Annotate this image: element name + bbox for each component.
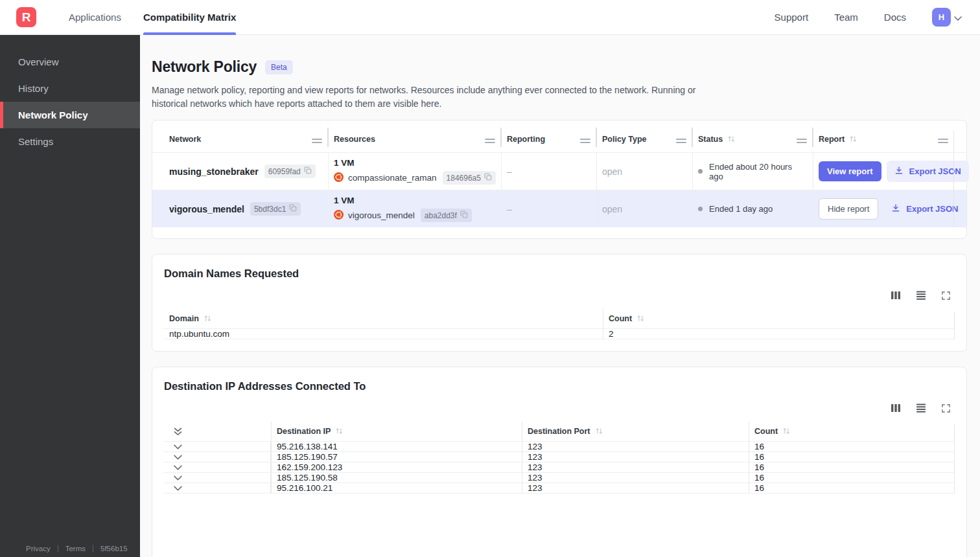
count-cell: 16 <box>749 483 955 493</box>
status-dot <box>698 207 703 211</box>
nav-link-support[interactable]: Support <box>775 12 809 23</box>
sidebar-item-settings[interactable]: Settings <box>0 128 140 155</box>
destination-row[interactable]: 95.216.100.21 123 16 <box>164 483 955 494</box>
table-toolbar <box>164 403 955 413</box>
network-row-musing-stonebraker[interactable]: musing_stonebraker 60959fad 1 VM <box>152 152 966 190</box>
network-row-vigorous-mendel[interactable]: vigorous_mendel 5bdf3dc1 1 VM vig <box>152 190 966 227</box>
primary-nav-tabs: Applications Compatibility Matrix <box>69 0 236 35</box>
copy-icon[interactable] <box>484 173 492 183</box>
export-json-button[interactable]: Export JSON <box>887 161 969 182</box>
resource-name: vigorous_mendel <box>348 210 415 220</box>
network-cell: vigorous_mendel 5bdf3dc1 <box>152 190 329 227</box>
column-drag-icon[interactable] <box>580 137 590 144</box>
network-name: vigorous_mendel <box>169 204 244 214</box>
avatar: H <box>932 8 951 27</box>
rows-density-icon[interactable] <box>916 403 926 413</box>
chevron-down-icon[interactable] <box>174 455 182 460</box>
column-label: Policy Type <box>602 135 647 144</box>
nav-link-team[interactable]: Team <box>834 12 858 23</box>
copy-icon[interactable] <box>460 210 468 220</box>
domains-table-header: Domain Count <box>164 309 955 328</box>
vm-count: 1 VM <box>334 196 355 205</box>
column-drag-icon[interactable] <box>485 137 495 144</box>
chevron-down-icon[interactable] <box>174 486 182 491</box>
columns-icon[interactable] <box>891 403 901 413</box>
copy-icon[interactable] <box>289 204 297 214</box>
sort-icon[interactable] <box>849 135 858 144</box>
column-drag-icon[interactable] <box>938 137 948 144</box>
privacy-link[interactable]: Privacy <box>26 545 51 552</box>
resource-id-badge[interactable]: 184696a5 <box>443 171 496 185</box>
export-json-label: Export JSON <box>906 204 958 214</box>
hide-report-button[interactable]: Hide report <box>819 198 878 220</box>
nav-link-docs[interactable]: Docs <box>884 12 906 23</box>
sort-icon[interactable] <box>727 135 736 144</box>
resource-id-badge[interactable]: aba2dd3f <box>421 209 472 222</box>
fullscreen-icon[interactable] <box>941 291 951 301</box>
reporting-cell: – <box>502 190 597 227</box>
column-header-report: Report <box>813 120 966 152</box>
tab-compatibility-matrix[interactable]: Compatibility Matrix <box>143 0 236 35</box>
sidebar-item-network-policy[interactable]: Network Policy <box>0 102 140 128</box>
destination-row[interactable]: 162.159.200.123 123 16 <box>164 462 955 472</box>
status-cell: Ended about 20 hours ago <box>693 153 813 190</box>
column-header-expander <box>164 422 271 441</box>
chevron-down-icon[interactable] <box>174 444 182 449</box>
destination-port-cell: 123 <box>522 442 749 451</box>
footer-divider <box>93 545 93 552</box>
network-cell: musing_stonebraker 60959fad <box>152 153 329 190</box>
network-id-badge[interactable]: 60959fad <box>264 165 316 178</box>
columns-icon[interactable] <box>891 290 901 301</box>
column-header-destination-ip: Destination IP <box>271 422 522 441</box>
rows-density-icon[interactable] <box>916 290 926 301</box>
status-dot <box>698 169 703 174</box>
beta-badge: Beta <box>265 60 293 74</box>
row-expander-cell <box>164 462 271 472</box>
status-text: Ended about 20 hours ago <box>709 162 806 181</box>
sort-icon[interactable] <box>636 315 645 324</box>
column-header-destination-port: Destination Port <box>522 422 749 441</box>
column-header-count: Count <box>749 422 955 441</box>
terms-link[interactable]: Terms <box>65 545 86 552</box>
network-id: 5bdf3dc1 <box>254 205 286 214</box>
sort-icon[interactable] <box>782 427 791 437</box>
column-header-network: Network <box>152 120 329 152</box>
column-header-resources: Resources <box>329 120 502 152</box>
app-logo[interactable]: R <box>16 7 36 27</box>
copy-icon[interactable] <box>304 166 312 176</box>
column-drag-icon[interactable] <box>312 137 322 144</box>
download-icon <box>894 166 904 177</box>
table-toolbar <box>164 290 955 301</box>
count-cell: 2 <box>603 329 955 339</box>
destination-row[interactable]: 95.216.138.141 123 16 <box>164 441 955 451</box>
networks-table-card: Network Resources Reporting Policy Type … <box>152 120 967 239</box>
page-title: Network Policy <box>152 58 257 76</box>
expand-all-icon[interactable] <box>174 427 182 436</box>
column-header-reporting: Reporting <box>502 120 597 152</box>
sidebar-item-history[interactable]: History <box>0 75 140 102</box>
user-menu[interactable]: H <box>932 8 962 27</box>
destination-row[interactable]: 185.125.190.58 123 16 <box>164 472 955 483</box>
sort-icon[interactable] <box>595 427 603 437</box>
column-label: Count <box>754 427 778 436</box>
chevron-down-icon <box>954 12 962 23</box>
fullscreen-icon[interactable] <box>941 404 951 413</box>
sort-icon[interactable] <box>204 315 212 324</box>
column-label: Count <box>609 314 632 323</box>
export-json-button[interactable]: Export JSON <box>883 198 966 220</box>
column-drag-icon[interactable] <box>797 137 807 144</box>
tab-applications[interactable]: Applications <box>69 0 121 35</box>
chevron-down-icon[interactable] <box>174 465 182 470</box>
column-label: Reporting <box>507 135 545 144</box>
column-drag-icon[interactable] <box>676 137 686 144</box>
sidebar-item-overview[interactable]: Overview <box>0 49 140 75</box>
topbar-right: Support Team Docs H <box>775 8 962 27</box>
download-icon <box>891 203 900 214</box>
network-id-badge[interactable]: 5bdf3dc1 <box>250 202 301 216</box>
ubuntu-icon <box>334 210 344 222</box>
destination-row[interactable]: 185.125.190.57 123 16 <box>164 451 955 462</box>
view-report-button[interactable]: View report <box>819 161 881 181</box>
chevron-down-icon[interactable] <box>174 475 182 481</box>
sort-icon[interactable] <box>335 427 344 437</box>
domain-row[interactable]: ntp.ubuntu.com 2 <box>164 328 955 339</box>
